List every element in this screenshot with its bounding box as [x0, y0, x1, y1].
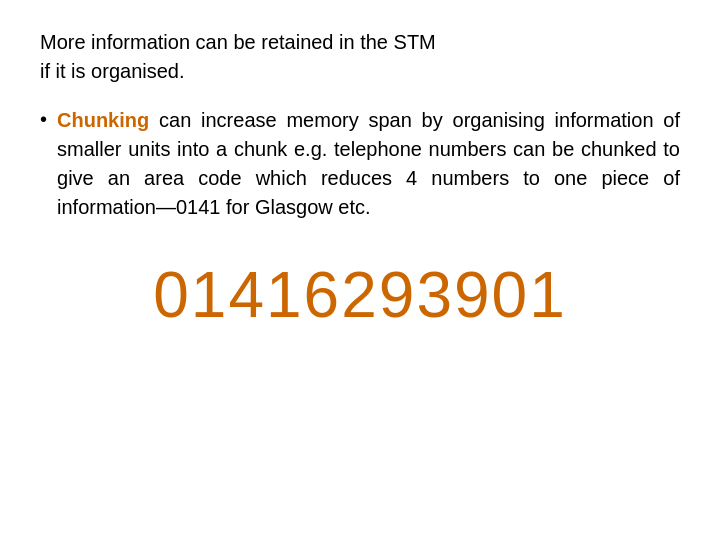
slide-container: More information can be retained in the … — [0, 0, 720, 540]
intro-text: More information can be retained in the … — [40, 28, 680, 86]
bullet-section: • Chunking can increase memory span by o… — [40, 106, 680, 222]
bullet-body: can increase memory span by organising i… — [57, 109, 680, 218]
bullet-dot: • — [40, 108, 47, 131]
intro-line2: if it is organised. — [40, 60, 185, 82]
bullet-text: Chunking can increase memory span by org… — [57, 106, 680, 222]
intro-line1: More information can be retained in the … — [40, 31, 436, 53]
phone-number: 01416293901 — [40, 258, 680, 332]
chunking-highlight: Chunking — [57, 109, 149, 131]
